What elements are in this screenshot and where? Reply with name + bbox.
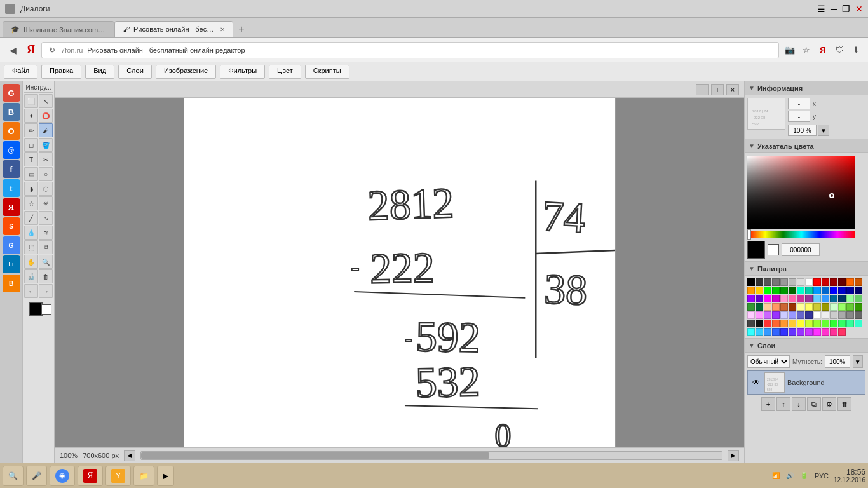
layer-item-background[interactable]: 👁 2812|74 -222 38 592 Background [747,370,865,395]
info-y-input[interactable] [788,111,810,122]
palette-color-cell[interactable] [822,311,829,319]
info-x-input[interactable] [788,98,810,109]
palette-color-cell[interactable] [813,287,821,294]
scroll-right-btn[interactable]: ▶ [728,450,739,461]
palette-color-cell[interactable] [838,295,846,302]
tool-shape-burst[interactable]: ✳ [39,196,53,210]
window-minimize-btn[interactable]: ─ [831,4,837,14]
tool-drop[interactable]: 💧 [24,226,38,240]
network-icon[interactable]: 📶 [770,470,782,482]
menu-scripts[interactable]: Скрипты [305,65,349,79]
palette-color-cell[interactable] [830,303,837,311]
layer-duplicate-btn[interactable]: ⧉ [807,397,821,411]
palette-color-cell[interactable] [822,295,829,302]
palette-color-cell[interactable] [756,328,763,336]
palette-color-cell[interactable] [846,320,854,327]
palette-color-cell[interactable] [838,311,846,319]
palette-color-cell[interactable] [855,311,862,319]
canvas-close-btn[interactable]: × [726,84,739,95]
tool-lasso[interactable]: ⭕ [39,109,53,123]
taskbar-folder[interactable]: 📁 [133,466,154,486]
address-bar[interactable]: ↻ 7fon.ru Рисовать онлайн - бесплатный о… [41,42,779,58]
social-twitter[interactable]: t [3,179,20,197]
palette-color-cell[interactable] [830,278,837,286]
layer-up-btn[interactable]: ↑ [776,397,790,411]
social-blogger[interactable]: B [3,274,20,292]
palette-color-cell[interactable] [838,287,846,294]
palette-color-cell[interactable] [805,320,813,327]
scroll-left-btn[interactable]: ◀ [124,450,135,461]
palette-color-cell[interactable] [846,287,854,294]
yandex-nav-icon[interactable]: Я [816,43,830,57]
palette-color-cell[interactable] [772,320,780,327]
tool-eyedropper[interactable]: 🔬 [24,269,38,283]
palette-color-cell[interactable] [789,278,796,286]
palette-color-cell[interactable] [756,320,763,327]
palette-color-cell[interactable] [789,328,796,336]
palette-color-cell[interactable] [813,328,821,336]
screenshot-icon[interactable]: 📷 [783,43,797,57]
menu-edit[interactable]: Правка [41,65,81,79]
palette-color-cell[interactable] [747,328,755,336]
color-hue-bar[interactable] [747,231,855,238]
info-collapse-btn[interactable]: ▼ [749,85,755,92]
primary-color-swatch[interactable] [29,302,43,316]
palette-color-cell[interactable] [780,295,788,302]
palette-color-cell[interactable] [855,287,862,294]
palette-color-cell[interactable] [830,287,837,294]
layer-settings-btn[interactable]: ⚙ [822,397,836,411]
palette-color-cell[interactable] [813,320,821,327]
palette-color-cell[interactable] [846,295,854,302]
palette-color-cell[interactable] [764,295,771,302]
window-menu-btn[interactable]: ☰ [817,4,825,14]
palette-color-cell[interactable] [747,287,755,294]
taskbar-yandex2[interactable]: Y [105,466,131,486]
info-zoom-input[interactable] [788,125,817,136]
palette-color-cell[interactable] [813,311,821,319]
palette-color-cell[interactable] [764,320,771,327]
taskbar-chrome[interactable]: ◉ [50,466,75,486]
palette-color-cell[interactable] [789,311,796,319]
tool-shape-rect[interactable]: ▭ [24,167,38,181]
tool-fill[interactable]: 🪣 [39,138,53,152]
palette-color-cell[interactable] [822,328,829,336]
palette-color-cell[interactable] [838,320,846,327]
palette-color-cell[interactable] [747,303,755,311]
color-hex-input[interactable]: 000000 [782,243,820,256]
palette-color-cell[interactable] [772,328,780,336]
palette-color-cell[interactable] [780,303,788,311]
horizontal-scrollbar[interactable] [140,451,722,460]
yandex-logo[interactable]: Я [24,43,37,57]
tool-trash[interactable]: 🗑 [39,269,53,283]
palette-color-cell[interactable] [747,278,755,286]
canvas[interactable]: 2812 74 38 - 222 [184,98,616,447]
palette-color-cell[interactable] [764,278,771,286]
palette-color-cell[interactable] [797,311,804,319]
palette-color-cell[interactable] [838,328,846,336]
palette-color-cell[interactable] [838,303,846,311]
color-gradient[interactable] [747,156,855,229]
primary-color-display[interactable] [747,241,765,259]
palette-color-cell[interactable] [846,311,854,319]
tab-2[interactable]: 🖌 Рисовать онлайн - бесп... ✕ [114,21,233,37]
window-close-btn[interactable]: ✕ [855,4,863,14]
palette-color-cell[interactable] [780,320,788,327]
new-tab-btn[interactable]: + [233,21,250,37]
tool-arrow-fwd[interactable]: → [39,284,53,298]
social-vk[interactable]: В [3,103,20,121]
taskbar-search[interactable]: 🔍 [3,466,24,486]
tool-curve[interactable]: ∿ [39,211,53,225]
menu-layers[interactable]: Слои [118,65,152,79]
tool-select-rect[interactable]: ⬜ [24,94,38,108]
palette-color-cell[interactable] [789,287,796,294]
palette-color-cell[interactable] [797,287,804,294]
palette-color-cell[interactable] [805,328,813,336]
palette-color-cell[interactable] [780,311,788,319]
palette-color-cell[interactable] [855,320,862,327]
secondary-color-display[interactable] [768,244,779,255]
palette-color-cell[interactable] [780,328,788,336]
secondary-color-swatch[interactable] [41,304,51,315]
tool-eraser[interactable]: ◻ [24,138,38,152]
palette-color-cell[interactable] [813,295,821,302]
palette-color-cell[interactable] [855,278,862,286]
